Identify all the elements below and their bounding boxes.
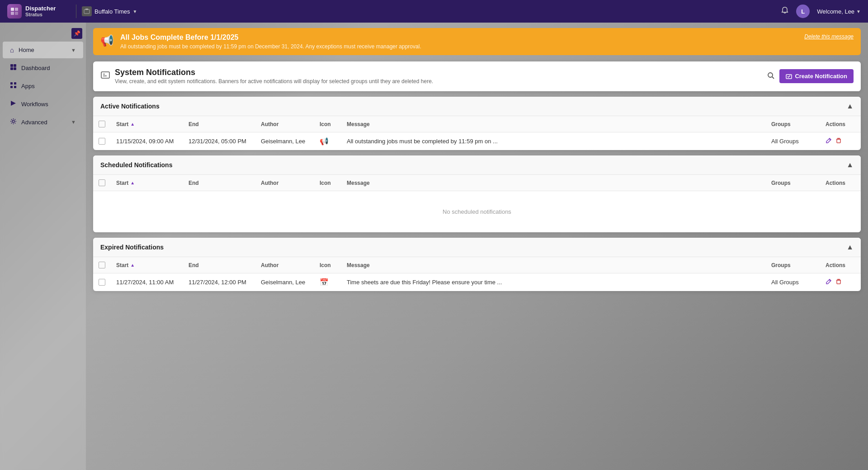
topbar-divider (76, 5, 76, 18)
panel-title-area: System Notifications View, create, and e… (115, 68, 433, 85)
scheduled-notifications-section: Scheduled Notifications ▲ Start ▲ (93, 155, 861, 232)
no-scheduled-message: No scheduled notifications (99, 196, 855, 228)
message-column-header: Message (341, 116, 766, 132)
pin-button[interactable]: 📌 (71, 28, 82, 39)
home-chevron-icon: ▼ (71, 47, 76, 53)
tenant-icon (82, 6, 92, 16)
sidebar-pin-area: 📌 (0, 26, 86, 41)
svg-rect-11 (14, 82, 16, 85)
expired-collapse-button[interactable]: ▲ (846, 243, 854, 251)
topbar-right: L Welcome, Lee ▼ (781, 5, 861, 18)
sidebar: 📌 ⌂ Home ▼ Dashboard (0, 23, 86, 470)
svg-rect-9 (14, 67, 16, 70)
bell-icon[interactable] (781, 6, 789, 16)
expired-section-header: Expired Notifications ▲ (93, 238, 861, 257)
advanced-icon (10, 118, 17, 126)
edit-button[interactable] (826, 278, 832, 286)
system-notifications-panel: System Notifications View, create, and e… (93, 61, 861, 91)
icon-column-header: Icon (314, 175, 341, 191)
create-button-label: Create Notification (795, 73, 847, 80)
svg-line-18 (772, 77, 774, 79)
banner-subtitle: All outstanding jobs must be completed b… (120, 43, 798, 50)
create-notification-button[interactable]: Create Notification (779, 69, 854, 83)
end-cell: 11/27/2024, 12:00 PM (183, 273, 255, 291)
actions-column-header: Actions (820, 257, 861, 273)
svg-rect-12 (10, 86, 13, 88)
welcome-chevron-icon: ▼ (856, 9, 861, 14)
select-all-expired-checkbox[interactable] (99, 262, 105, 268)
delete-button[interactable] (835, 278, 842, 286)
sidebar-item-advanced[interactable]: Advanced ▼ (3, 113, 83, 131)
active-section-header: Active Notifications ▲ (93, 97, 861, 116)
icon-cell: 📢 (314, 132, 341, 150)
avatar: L (796, 5, 810, 18)
tenant-chevron-icon: ▼ (133, 9, 137, 14)
advanced-chevron-icon: ▼ (71, 119, 76, 125)
notification-banner: 📢 All Jobs Complete Before 1/1/2025 All … (93, 28, 861, 55)
author-column-header: Author (255, 257, 314, 273)
groups-cell: All Groups (766, 273, 820, 291)
message-cell: Time sheets are due this Friday! Please … (341, 273, 766, 291)
start-column-header[interactable]: Start ▲ (116, 180, 178, 186)
expired-notifications-section: Expired Notifications ▲ Start ▲ (93, 238, 861, 291)
row-checkbox[interactable] (99, 279, 105, 286)
sidebar-item-apps[interactable]: Apps (3, 77, 83, 94)
logo-icon (7, 4, 22, 19)
sidebar-item-workflows[interactable]: Workflows (3, 95, 83, 113)
message-column-header: Message (341, 175, 766, 191)
welcome-menu[interactable]: Welcome, Lee ▼ (817, 8, 861, 15)
end-column-header: End (183, 175, 255, 191)
icon-column-header: Icon (314, 257, 341, 273)
svg-rect-13 (14, 86, 16, 88)
workflows-icon (10, 100, 17, 108)
sidebar-item-label: Dashboard (21, 65, 50, 71)
end-column-header: End (183, 116, 255, 132)
svg-rect-3 (15, 12, 18, 15)
tenant-selector[interactable]: Buffalo Times ▼ (82, 6, 137, 16)
svg-rect-2 (11, 12, 14, 15)
delete-message-link[interactable]: Delete this message (804, 33, 854, 40)
start-label: Start (116, 262, 128, 268)
svg-rect-1 (15, 8, 18, 11)
topbar: Dispatcher Stratus Buffalo Times ▼ L Wel… (0, 0, 868, 23)
active-collapse-button[interactable]: ▲ (846, 102, 854, 110)
svg-point-15 (12, 120, 14, 122)
scheduled-collapse-button[interactable]: ▲ (846, 161, 854, 169)
sidebar-item-label: Apps (21, 83, 35, 89)
start-cell: 11/15/2024, 09:00 AM (111, 132, 183, 150)
groups-cell: All Groups (766, 132, 820, 150)
banner-icon: 📢 (100, 34, 114, 47)
panel-subtitle: View, create, and edit system notificati… (115, 78, 433, 85)
home-icon: ⌂ (10, 46, 14, 54)
icon-cell: 📅 (314, 273, 341, 291)
groups-column-header: Groups (766, 116, 820, 132)
svg-rect-4 (84, 9, 90, 14)
search-button[interactable] (767, 71, 775, 81)
edit-button[interactable] (826, 137, 832, 145)
select-all-active-checkbox[interactable] (99, 121, 105, 127)
active-section-title: Active Notifications (100, 103, 160, 110)
table-row: 11/15/2024, 09:00 AM 12/31/2024, 05:00 P… (93, 132, 861, 150)
select-all-scheduled-checkbox[interactable] (99, 179, 105, 186)
tenant-name: Buffalo Times (94, 8, 130, 15)
sort-asc-icon: ▲ (130, 122, 135, 127)
actions-column-header: Actions (820, 116, 861, 132)
delete-button[interactable] (835, 137, 842, 145)
icon-column-header: Icon (314, 116, 341, 132)
panel-title: System Notifications (115, 68, 433, 77)
active-notifications-table: Start ▲ End Author Icon Message Groups A… (93, 116, 861, 150)
panel-icon (100, 70, 110, 82)
expired-notifications-table: Start ▲ End Author Icon Message Groups A… (93, 257, 861, 291)
svg-point-17 (768, 73, 773, 77)
table-row: 11/27/2024, 11:00 AM 11/27/2024, 12:00 P… (93, 273, 861, 291)
start-column-header[interactable]: Start ▲ (116, 121, 178, 127)
apps-icon (10, 82, 17, 90)
sidebar-item-dashboard[interactable]: Dashboard (3, 59, 83, 76)
sidebar-item-home[interactable]: ⌂ Home ▼ (3, 42, 83, 58)
svg-rect-6 (10, 64, 13, 67)
row-checkbox[interactable] (99, 138, 105, 145)
start-column-header[interactable]: Start ▲ (116, 262, 178, 268)
svg-rect-0 (11, 8, 14, 11)
actions-column-header: Actions (820, 175, 861, 191)
logo-text: Dispatcher Stratus (25, 5, 56, 18)
